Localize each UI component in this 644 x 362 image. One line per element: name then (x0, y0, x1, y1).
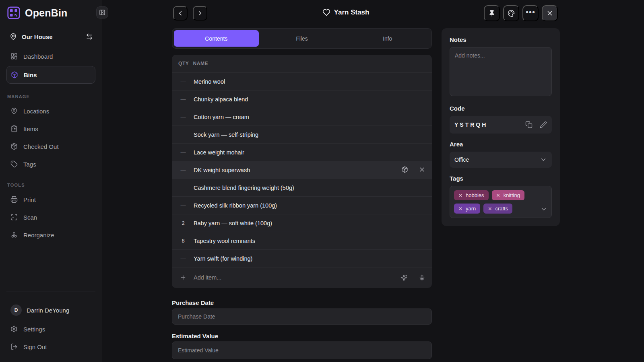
sidebar-item-scan[interactable]: Scan (6, 209, 95, 225)
contents-rows: —Merino wool—Chunky alpaca blend—Cotton … (172, 72, 432, 267)
name-column-header: NAME (193, 61, 208, 66)
tag-pill-hobbies[interactable]: ✕hobbies (454, 190, 489, 200)
table-row[interactable]: —Sock yarn — self-striping (172, 125, 432, 143)
item-qty: — (178, 149, 188, 155)
item-name: Merino wool (194, 78, 225, 85)
swap-location-icon[interactable] (86, 33, 93, 40)
remove-tag-icon[interactable]: ✕ (458, 206, 462, 212)
pin-button[interactable] (484, 5, 500, 21)
sidebar-divider (6, 292, 95, 292)
list-header: QTY NAME (172, 55, 432, 72)
sidebar-item-tags[interactable]: Tags (6, 156, 95, 172)
sparkles-icon[interactable] (400, 274, 407, 281)
table-row[interactable]: —Chunky alpaca blend (172, 90, 432, 108)
tab-files[interactable]: Files (260, 30, 345, 47)
sidebar-item-label: Checked Out (23, 143, 59, 150)
ellipsis-icon: ••• (526, 8, 535, 19)
sidebar-bottom: D Darrin DeYoung SettingsSign Out (6, 292, 95, 356)
map-pin-icon (10, 33, 17, 40)
tag-label: crafts (495, 206, 508, 212)
theme-button[interactable] (503, 5, 519, 21)
sidebar-collapse-button[interactable] (96, 6, 108, 19)
tab-contents[interactable]: Contents (174, 30, 259, 47)
sidebar-item-label: Reorganize (23, 232, 54, 239)
notes-input[interactable] (450, 47, 552, 96)
sidebar-item-settings[interactable]: Settings (6, 321, 95, 337)
area-select[interactable]: Office (450, 152, 552, 168)
copy-icon[interactable] (525, 121, 533, 128)
more-button[interactable]: ••• (522, 5, 539, 21)
item-name: Cashmere blend fingering weight (50g) (194, 185, 294, 191)
code-label: Code (450, 105, 552, 112)
sidebar-item-reorganize[interactable]: Reorganize (6, 227, 95, 243)
tags-box[interactable]: ✕hobbies✕knitting✕yarn✕crafts (450, 186, 552, 218)
remove-tag-icon[interactable]: ✕ (488, 206, 492, 212)
printer-icon (10, 196, 18, 203)
row-actions (401, 166, 425, 174)
section-title-tools: TOOLS (7, 183, 95, 187)
item-qty: — (178, 96, 188, 102)
tag-pill-yarn[interactable]: ✕yarn (454, 204, 480, 214)
tags-chevron-down-icon[interactable] (540, 206, 547, 213)
heart-icon[interactable] (322, 8, 330, 16)
item-name: Tapestry wool remnants (194, 238, 255, 244)
add-item-row[interactable]: Add item... (172, 267, 432, 288)
settings-icon (10, 325, 18, 333)
remove-tag-icon[interactable]: ✕ (496, 193, 500, 198)
sidebar-item-locations[interactable]: Locations (6, 103, 95, 119)
back-button[interactable] (173, 6, 188, 21)
table-row[interactable]: —DK weight superwash (172, 161, 432, 179)
item-name: Baby yarn — soft white (100g) (194, 220, 272, 226)
table-row[interactable]: 2Baby yarn — soft white (100g) (172, 214, 432, 232)
add-item-placeholder[interactable]: Add item... (194, 274, 397, 281)
chevron-down-icon (540, 156, 547, 163)
item-name: Cotton yarn — cream (194, 114, 249, 120)
location-switcher[interactable]: Our House (6, 31, 95, 43)
microphone-icon[interactable] (419, 274, 425, 281)
area-value: Office (454, 156, 540, 163)
sidebar-item-dashboard[interactable]: Dashboard (6, 48, 95, 64)
header: Yarn Stash (252, 8, 439, 18)
remove-tag-icon[interactable]: ✕ (458, 193, 462, 198)
area-label: Area (450, 141, 552, 148)
forward-button[interactable] (193, 6, 207, 21)
purchase-date-input[interactable] (172, 309, 432, 325)
item-name: Recycled silk ribbon yarn (100g) (194, 202, 277, 209)
sidebar-item-print[interactable]: Print (6, 191, 95, 208)
tab-label: Contents (205, 35, 227, 42)
sidebar-sections: MANAGELocationsItemsChecked OutTagsTOOLS… (6, 94, 95, 243)
table-row[interactable]: 8Tapestry wool remnants (172, 232, 432, 249)
edit-pencil-icon[interactable] (540, 121, 547, 128)
table-row[interactable]: —Yarn swift (for winding) (172, 249, 432, 267)
table-row[interactable]: —Merino wool (172, 72, 432, 90)
avatar: D (10, 304, 22, 316)
close-button[interactable] (542, 5, 558, 21)
sidebar-item-checked-out[interactable]: Checked Out (6, 138, 95, 154)
estimated-value-input[interactable] (172, 341, 432, 359)
convert-to-item-button[interactable] (401, 166, 408, 174)
contents-card: QTY NAME —Merino wool—Chunky alpaca blen… (172, 55, 432, 288)
chevron-right-icon (196, 10, 204, 17)
item-qty: — (178, 132, 188, 138)
sidebar-item-label: Sign Out (23, 343, 47, 350)
tag-pill-crafts[interactable]: ✕crafts (483, 204, 512, 214)
tag-pill-knitting[interactable]: ✕knitting (492, 190, 524, 200)
sidebar-item-sign-out[interactable]: Sign Out (6, 339, 95, 355)
user-menu[interactable]: D Darrin DeYoung (6, 301, 95, 319)
code-box: YSTRQH (450, 116, 552, 134)
tab-info[interactable]: Info (345, 30, 430, 47)
box-icon (11, 71, 18, 78)
table-row[interactable]: —Cotton yarn — cream (172, 108, 432, 125)
app-name: OpenBin (25, 7, 68, 19)
table-row[interactable]: —Lace weight mohair (172, 143, 432, 161)
sidebar-item-items[interactable]: Items (6, 121, 95, 137)
item-name: Chunky alpaca blend (194, 96, 248, 103)
qr-logo-icon (6, 6, 21, 20)
remove-item-button[interactable] (419, 166, 425, 174)
panel-left-close-icon (99, 9, 105, 16)
clipboard-list-icon (10, 125, 18, 132)
item-qty: — (178, 114, 188, 120)
table-row[interactable]: —Recycled silk ribbon yarn (100g) (172, 196, 432, 214)
sidebar-item-bins[interactable]: Bins (6, 66, 95, 84)
table-row[interactable]: —Cashmere blend fingering weight (50g) (172, 179, 432, 196)
